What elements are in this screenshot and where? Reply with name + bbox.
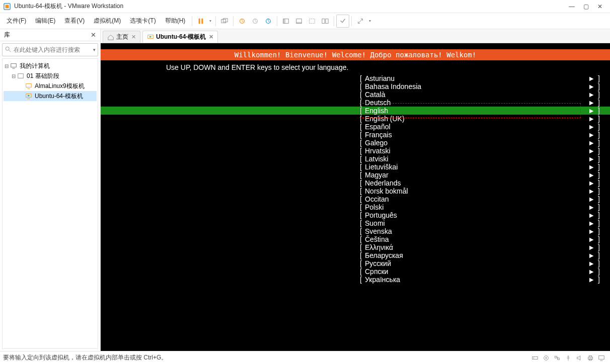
bracket-right: ]	[595, 276, 610, 284]
tree-vm-almalinux[interactable]: AlmaLinux9模板机	[4, 81, 97, 91]
enter-fullscreen-button[interactable]	[336, 15, 349, 28]
svg-rect-29	[589, 355, 591, 357]
language-option[interactable]: [Português►]	[101, 211, 610, 219]
device-usb-icon[interactable]	[563, 353, 574, 362]
language-option[interactable]: [Lietuviškai►]	[101, 163, 610, 171]
submenu-arrow-icon: ►	[580, 251, 595, 259]
device-cd-icon[interactable]	[541, 353, 552, 362]
tree-twisty-icon[interactable]: ⊟	[4, 63, 10, 69]
device-hdd-icon[interactable]	[529, 353, 541, 362]
language-option[interactable]: [Беларуская►]	[101, 251, 610, 259]
bracket-right: ]	[595, 163, 610, 171]
svg-rect-22	[532, 356, 538, 359]
menu-tabs[interactable]: 选项卡(T)	[125, 15, 160, 27]
snapshot-revert-button[interactable]	[249, 15, 262, 28]
language-option[interactable]: [Svenska►]	[101, 227, 610, 235]
device-display-icon[interactable]	[596, 353, 607, 362]
submenu-arrow-icon: ►	[580, 115, 595, 123]
language-option[interactable]: [Українська►]	[101, 276, 610, 284]
search-input[interactable]	[14, 46, 91, 53]
language-option[interactable]: [Српски►]	[101, 267, 610, 276]
submenu-arrow-icon: ►	[580, 123, 595, 131]
language-name: Latviski	[365, 155, 580, 163]
svg-rect-5	[223, 18, 228, 22]
tree-root-my-computer[interactable]: ⊟ 我的计算机	[4, 61, 97, 71]
language-option[interactable]: [Latviski►]	[101, 155, 610, 163]
language-option[interactable]: [Čeština►]	[101, 235, 610, 243]
menu-edit[interactable]: 编辑(E)	[31, 15, 60, 27]
send-ctrl-alt-del-button[interactable]	[218, 15, 231, 28]
language-option[interactable]: [Asturianu►]	[101, 74, 610, 82]
menu-file[interactable]: 文件(F)	[2, 15, 31, 27]
language-option[interactable]: [Català►]	[101, 90, 610, 99]
submenu-arrow-icon: ►	[580, 163, 595, 171]
language-option[interactable]: [Español►]	[101, 123, 610, 131]
tab-close-icon[interactable]: ✕	[131, 34, 136, 40]
bracket-right: ]	[595, 131, 610, 139]
language-option[interactable]: [Suomi►]	[101, 219, 610, 227]
language-option[interactable]: [English (UK)►]	[101, 115, 610, 123]
stretch-dropdown[interactable]: ▾	[367, 15, 373, 28]
tab-vm-ubuntu[interactable]: Ubuntu-64-模板机 ✕	[142, 31, 218, 43]
device-sound-icon[interactable]	[574, 353, 585, 362]
bracket-left: [	[101, 259, 365, 267]
language-option[interactable]: [Français►]	[101, 131, 610, 139]
language-option[interactable]: [Русский►]	[101, 259, 610, 267]
menu-help[interactable]: 帮助(H)	[161, 15, 190, 27]
language-option[interactable]: [Norsk bokmål►]	[101, 187, 610, 195]
vm-console[interactable]: Willkommen! Bienvenue! Welcome! Добро по…	[101, 43, 610, 351]
view-quick-switch-button[interactable]	[319, 15, 332, 28]
language-name: Deutsch	[365, 99, 580, 107]
minimize-button[interactable]: —	[565, 3, 579, 10]
tree-vm-ubuntu[interactable]: Ubuntu-64-模板机	[4, 91, 97, 101]
submenu-arrow-icon: ►	[580, 90, 595, 99]
language-option[interactable]: [Occitan►]	[101, 195, 610, 203]
svg-rect-3	[202, 18, 203, 24]
language-option[interactable]: [Hrvatski►]	[101, 147, 610, 155]
language-option[interactable]: [Magyar►]	[101, 171, 610, 179]
view-console-button[interactable]	[292, 15, 306, 28]
view-single-button[interactable]	[279, 15, 292, 28]
submenu-arrow-icon: ►	[580, 267, 595, 276]
search-dropdown[interactable]: ▾	[93, 47, 96, 52]
toolbar-separator	[351, 16, 352, 26]
close-button[interactable]: ✕	[593, 3, 607, 10]
stretch-guest-button[interactable]	[354, 15, 367, 28]
submenu-arrow-icon: ►	[580, 131, 595, 139]
bracket-right: ]	[595, 171, 610, 179]
power-dropdown[interactable]: ▾	[207, 15, 213, 28]
library-tree[interactable]: ⊟ 我的计算机 ⊟ 01 基础阶段 AlmaLinux9模板机 Ubuntu-6…	[2, 58, 98, 349]
menu-vm[interactable]: 虚拟机(M)	[89, 15, 125, 27]
device-network-icon[interactable]	[552, 353, 563, 362]
snapshot-take-button[interactable]	[236, 15, 249, 28]
language-option[interactable]: [Galego►]	[101, 139, 610, 147]
vmware-app-icon	[3, 3, 11, 11]
library-search[interactable]: ▾	[2, 43, 98, 56]
device-printer-icon[interactable]	[585, 353, 596, 362]
svg-rect-27	[558, 358, 560, 360]
submenu-arrow-icon: ►	[580, 227, 595, 235]
bracket-left: [	[101, 74, 365, 82]
maximize-button[interactable]: ▢	[579, 3, 593, 10]
tree-folder-basic[interactable]: ⊟ 01 基础阶段	[4, 71, 97, 81]
bracket-right: ]	[595, 179, 610, 187]
view-unity-button[interactable]	[306, 15, 319, 28]
menu-view[interactable]: 查看(V)	[60, 15, 89, 27]
tree-twisty-icon[interactable]: ⊟	[11, 73, 17, 79]
tab-close-icon[interactable]: ✕	[209, 34, 213, 40]
vm-running-icon	[147, 34, 154, 41]
bracket-right: ]	[595, 99, 610, 107]
language-option[interactable]: [Nederlands►]	[101, 179, 610, 187]
tab-home[interactable]: 主页 ✕	[103, 31, 140, 43]
language-list[interactable]: [Asturianu►][Bahasa Indonesia►][Català►]…	[101, 74, 610, 284]
snapshot-manager-button[interactable]	[262, 15, 275, 28]
language-option[interactable]: [Deutsch►]	[101, 99, 610, 107]
sidebar-close-button[interactable]: ✕	[91, 31, 96, 39]
pause-vm-button[interactable]	[194, 15, 207, 28]
bracket-left: [	[101, 163, 365, 171]
language-name: Čeština	[365, 235, 580, 243]
language-option[interactable]: [English►]	[101, 107, 610, 115]
language-option[interactable]: [Polski►]	[101, 203, 610, 211]
language-option[interactable]: [Bahasa Indonesia►]	[101, 82, 610, 90]
language-option[interactable]: [Ελληνικά►]	[101, 243, 610, 251]
